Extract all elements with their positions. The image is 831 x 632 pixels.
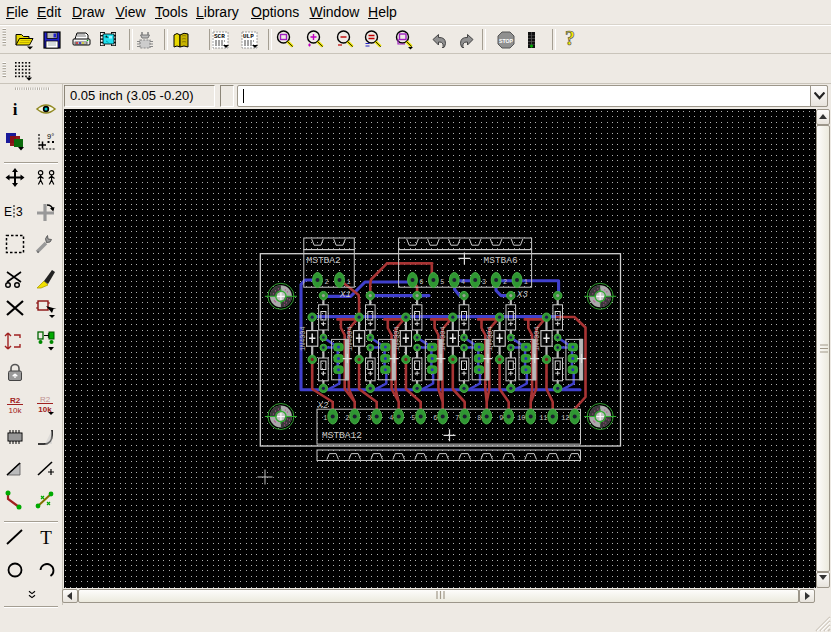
svg-text:SCR: SCR [214,33,225,40]
svg-text:MSTBA6: MSTBA6 [484,255,519,266]
svg-text:3: 3 [16,205,23,219]
svg-text:10: 10 [517,414,525,422]
svg-text:9°: 9° [47,132,54,141]
svg-text:X3: X3 [516,290,528,300]
svg-text:5: 5 [411,414,415,422]
svg-text:11: 11 [539,414,547,422]
svg-text:7: 7 [455,414,459,422]
svg-text:?: ? [565,29,575,49]
svg-text:ULP: ULP [243,33,254,40]
svg-text:10k: 10k [9,406,23,415]
svg-text:STOP: STOP [499,38,514,44]
svg-text:1: 1 [323,414,327,422]
svg-text:1: 1 [524,278,528,286]
svg-text:MSTBA2: MSTBA2 [307,255,342,266]
svg-text:R2: R2 [10,396,21,405]
svg-text:T: T [40,528,52,546]
svg-text:12: 12 [561,414,569,422]
svg-text:X1: X1 [339,290,351,300]
svg-text:9: 9 [499,414,503,422]
svg-text:4: 4 [389,414,393,422]
svg-text:4: 4 [461,278,465,286]
svg-text:1: 1 [347,278,351,286]
svg-text:5: 5 [440,278,444,286]
svg-text:3: 3 [367,414,371,422]
svg-text:6: 6 [433,414,437,422]
svg-text:X2: X2 [317,401,329,411]
svg-text:E: E [4,205,12,219]
svg-text:2: 2 [345,414,349,422]
svg-text:8: 8 [477,414,481,422]
svg-text:MSTBA12: MSTBA12 [322,430,362,441]
svg-text:i: i [13,101,18,117]
svg-text:2: 2 [325,278,329,286]
svg-text:3: 3 [482,278,486,286]
svg-text:R2: R2 [40,395,51,404]
svg-text:6: 6 [419,278,423,286]
svg-text:2: 2 [503,278,507,286]
